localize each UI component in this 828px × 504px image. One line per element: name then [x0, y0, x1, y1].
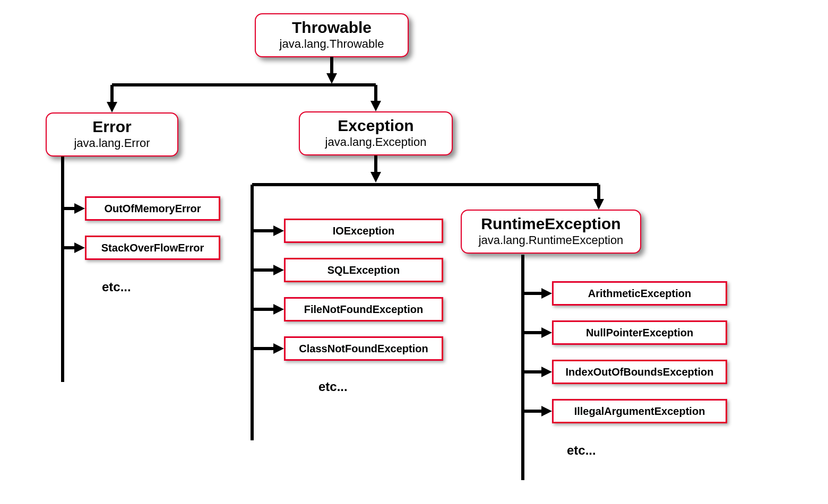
svg-marker-24 [273, 304, 284, 315]
leaf-out-of-memory-error: OutOfMemoryError [85, 196, 220, 221]
leaf-stack-overflow-error: StackOverFlowError [85, 236, 220, 260]
svg-marker-26 [273, 343, 284, 354]
node-runtime-exception: RuntimeException java.lang.RuntimeExcept… [461, 210, 641, 254]
leaf-class-not-found-exception: ClassNotFoundException [284, 336, 443, 361]
leaf-illegal-argument-exception: IllegalArgumentException [552, 399, 727, 423]
node-runtime-exception-package: java.lang.RuntimeException [465, 233, 637, 247]
leaf-index-out-of-bounds-exception: IndexOutOfBoundsException [552, 360, 727, 384]
svg-marker-5 [107, 102, 117, 112]
svg-marker-22 [273, 265, 284, 275]
leaf-label: OutOfMemoryError [104, 203, 201, 215]
leaf-label: ArithmeticException [588, 288, 691, 300]
leaf-label: NullPointerException [586, 327, 693, 339]
svg-marker-35 [541, 406, 552, 416]
leaf-file-not-found-exception: FileNotFoundException [284, 297, 443, 321]
leaf-label: FileNotFoundException [304, 303, 423, 316]
leaf-label: StackOverFlowError [101, 242, 204, 254]
svg-marker-12 [74, 242, 85, 253]
svg-marker-2 [326, 73, 337, 84]
svg-marker-29 [541, 288, 552, 299]
svg-marker-7 [370, 101, 381, 111]
node-runtime-exception-title: RuntimeException [465, 215, 637, 232]
node-error-package: java.lang.Error [50, 136, 174, 150]
svg-marker-31 [541, 327, 552, 338]
leaf-label: IOException [333, 225, 395, 237]
svg-marker-10 [74, 203, 85, 214]
leaf-null-pointer-exception: NullPointerException [552, 320, 727, 345]
etc-exception: etc... [318, 379, 348, 394]
diagram-canvas: Throwable java.lang.Throwable Error java… [0, 0, 828, 504]
node-error: Error java.lang.Error [46, 112, 178, 157]
etc-runtime: etc... [567, 443, 596, 458]
node-throwable-title: Throwable [259, 19, 404, 36]
svg-marker-33 [541, 367, 552, 377]
svg-marker-20 [273, 225, 284, 236]
leaf-sql-exception: SQLException [284, 258, 443, 282]
node-throwable-package: java.lang.Throwable [259, 37, 404, 51]
leaf-arithmetic-exception: ArithmeticException [552, 281, 727, 306]
node-error-title: Error [50, 118, 174, 135]
leaf-label: SQLException [327, 264, 400, 276]
svg-marker-14 [370, 172, 381, 183]
leaf-io-exception: IOException [284, 219, 443, 243]
node-throwable: Throwable java.lang.Throwable [255, 13, 409, 57]
leaf-label: ClassNotFoundException [299, 343, 428, 355]
node-exception-package: java.lang.Exception [303, 135, 448, 149]
leaf-label: IndexOutOfBoundsException [566, 366, 714, 378]
node-exception-title: Exception [303, 117, 448, 134]
node-exception: Exception java.lang.Exception [299, 111, 453, 155]
leaf-label: IllegalArgumentException [574, 405, 705, 418]
etc-error: etc... [102, 280, 131, 294]
svg-marker-17 [593, 199, 604, 210]
